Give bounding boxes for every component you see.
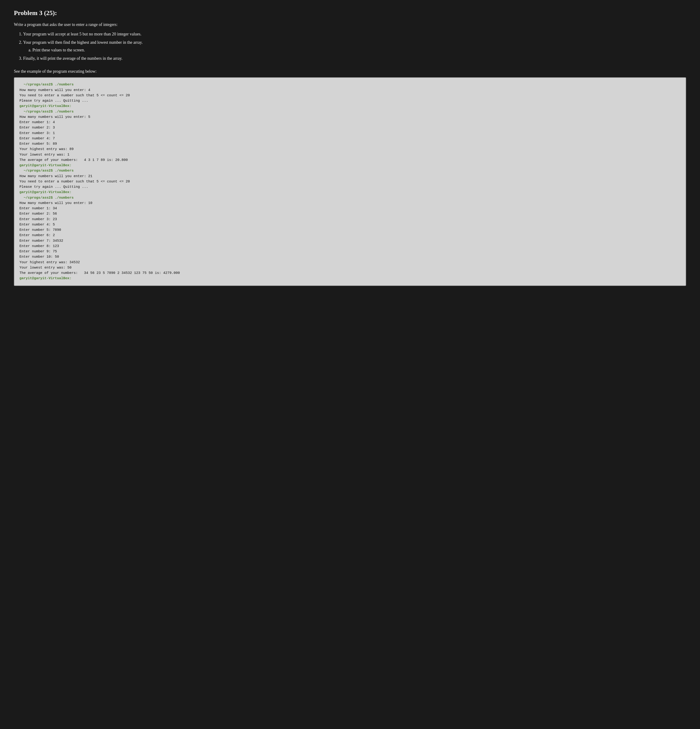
sub-requirement-a: Print these values to the screen. bbox=[32, 46, 686, 54]
problem-title: Problem 3 (25): bbox=[14, 9, 686, 17]
sub-requirements: Print these values to the screen. bbox=[32, 46, 686, 54]
requirement-1: Your program will accept at least 5 but … bbox=[23, 30, 686, 38]
requirement-3: Finally, it will print the average of th… bbox=[23, 55, 686, 62]
requirement-2: Your program will then find the highest … bbox=[23, 39, 686, 54]
terminal-output: ~/cprogs/ass2$ ./numbers How many number… bbox=[14, 77, 686, 286]
requirements-list: Your program will accept at least 5 but … bbox=[23, 30, 686, 62]
example-label: See the example of the program executing… bbox=[14, 69, 686, 74]
problem-description: Write a program that asks the user to en… bbox=[14, 21, 686, 28]
